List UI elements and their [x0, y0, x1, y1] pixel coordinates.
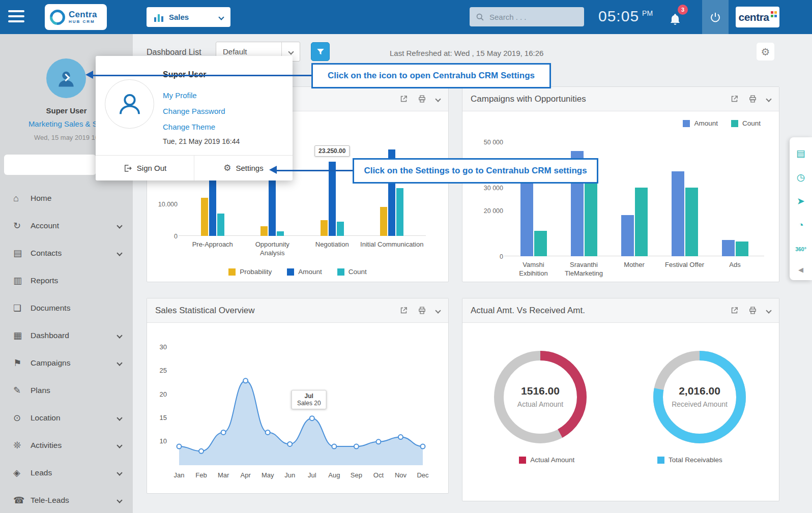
- panel-header: Sales Statistical Overview: [147, 298, 448, 323]
- sign-out-button[interactable]: Sign Out: [96, 156, 194, 180]
- annotation-arrow: [93, 75, 311, 76]
- sidebar-item-contacts[interactable]: ▤Contacts: [0, 239, 133, 267]
- external-link-icon[interactable]: [399, 306, 408, 315]
- print-icon[interactable]: [418, 95, 426, 103]
- legend-label: Total Receivables: [669, 456, 722, 464]
- sidebar-item-tele-leads[interactable]: ☎Tele-Leads: [0, 487, 133, 513]
- legend-label: Amount: [694, 119, 718, 127]
- centrahub-logo[interactable]: Centra HUB CRM: [45, 4, 107, 30]
- sidebar-item-location[interactable]: ⊙Location: [0, 404, 133, 432]
- sidebar-quick-box[interactable]: [4, 155, 96, 175]
- x-axis-label: Ads: [707, 261, 763, 269]
- sidebar-item-label: Dashboard: [31, 331, 118, 340]
- logo-text-secondary: HUB CRM: [69, 19, 97, 24]
- user-menu-link-my-profile[interactable]: My Profile: [163, 87, 225, 103]
- user-menu-link-change-password[interactable]: Change Password: [163, 103, 225, 119]
- bell-icon: [669, 13, 682, 26]
- bar-count: [217, 214, 224, 236]
- settings-button[interactable]: ⚙ Settings: [194, 156, 293, 180]
- x-axis-label: Sep: [351, 471, 362, 479]
- print-icon[interactable]: [748, 95, 757, 103]
- report-icon[interactable]: ▤: [790, 141, 812, 165]
- legend-label: Probability: [240, 268, 272, 276]
- tooltip-title: Jul: [297, 393, 321, 400]
- last-refreshed-text: Last Refreshed at: Wed , 15 May 2019, 16…: [390, 49, 543, 57]
- chevron-down-icon[interactable]: [436, 309, 440, 313]
- data-label: 23.250.00: [314, 145, 350, 157]
- chevron-down-icon: [117, 415, 122, 420]
- filter-icon: [316, 47, 325, 56]
- collapse-icon[interactable]: ◀: [790, 261, 812, 278]
- y-axis-tick: 30: [153, 343, 167, 351]
- sidebar-menu: ⌂Home↻Account▤Contacts▥Reports❏Documents…: [0, 185, 133, 513]
- logo-text-primary: Centra: [69, 10, 97, 19]
- sidebar-item-label: Location: [31, 413, 118, 423]
- sidebar-item-label: Tele-Leads: [31, 496, 118, 505]
- clock: 05:05 PM: [598, 7, 653, 25]
- user-menu-link-change-theme[interactable]: Change Theme: [163, 119, 225, 135]
- sidebar-item-account[interactable]: ↻Account: [0, 212, 133, 239]
- print-icon[interactable]: [418, 306, 426, 315]
- share-icon[interactable]: ➤: [790, 189, 812, 213]
- chevron-down-icon: [288, 49, 294, 54]
- campaigns-chart: AmountCount 020 00030 00050 000Vamshi Ex…: [462, 111, 779, 282]
- notifications-button[interactable]: 3: [668, 9, 688, 29]
- search-box: [470, 7, 584, 26]
- module-select[interactable]: Sales: [147, 7, 230, 27]
- y-axis-tick: 20: [153, 390, 167, 398]
- bar-count: [635, 188, 648, 256]
- bar-amount: [520, 180, 533, 256]
- reminder-icon[interactable]: ◔: [790, 213, 812, 237]
- y-axis-tick: 10.000: [158, 201, 178, 208]
- legend-label: Count: [742, 119, 761, 127]
- location-icon: ⊙: [13, 412, 31, 424]
- dashboard-settings-button[interactable]: ⚙: [757, 43, 774, 61]
- sidebar-item-home[interactable]: ⌂Home: [0, 185, 133, 212]
- logout-power-button[interactable]: [702, 0, 729, 34]
- sidebar-item-dashboard[interactable]: ▦Dashboard: [0, 322, 133, 349]
- home-icon: ⌂: [13, 193, 31, 204]
- y-axis-tick: 50 000: [484, 139, 503, 146]
- legend-item: Count: [337, 268, 367, 276]
- x-axis-label: Festival Offer: [657, 261, 713, 269]
- external-link-icon[interactable]: [399, 95, 408, 103]
- external-link-icon[interactable]: [730, 306, 739, 315]
- sidebar-item-reports[interactable]: ▥Reports: [0, 267, 133, 294]
- legend-swatch: [287, 268, 294, 276]
- rotate-360-icon[interactable]: 360°: [790, 237, 812, 261]
- sidebar-item-activities[interactable]: ❊Activities: [0, 432, 133, 459]
- chevron-down-icon[interactable]: [767, 97, 771, 101]
- bar-amount: [672, 171, 684, 256]
- dashboard-icon: ▦: [13, 330, 31, 341]
- y-axis-tick: 25: [153, 367, 167, 374]
- settings-label: Settings: [236, 164, 264, 172]
- bar-group: [520, 180, 547, 256]
- sidebar-item-leads[interactable]: ◈Leads: [0, 459, 133, 487]
- search-input[interactable]: [488, 12, 578, 22]
- history-icon[interactable]: ◷: [790, 165, 812, 189]
- bar-probability: [380, 207, 387, 236]
- user-avatar[interactable]: [46, 58, 86, 98]
- bar-probability: [201, 198, 208, 236]
- print-icon[interactable]: [748, 306, 757, 315]
- panel-sales-overview: Sales Statistical Overview 1015202530Jan…: [147, 298, 449, 494]
- sidebar-item-documents[interactable]: ❏Documents: [0, 294, 133, 322]
- menu-toggle-button[interactable]: [8, 10, 25, 24]
- legend-item: Amount: [683, 119, 718, 127]
- chevron-down-icon[interactable]: [436, 97, 440, 101]
- external-link-icon[interactable]: [730, 95, 739, 103]
- chevron-down-icon: [117, 470, 122, 475]
- legend-swatch: [337, 268, 344, 276]
- sidebar-item-campaigns[interactable]: ⚑Campaigns: [0, 349, 133, 377]
- x-axis-label: Jan: [174, 471, 185, 479]
- filter-button[interactable]: [311, 42, 330, 61]
- x-axis-label: May: [262, 471, 274, 479]
- chart-tooltip: JulSales 20: [292, 390, 327, 409]
- x-axis-label: Vamshi Exbihition: [506, 261, 562, 278]
- sidebar-item-plans[interactable]: ✎Plans: [0, 377, 133, 404]
- chevron-down-icon[interactable]: [767, 309, 771, 313]
- right-toolbar: ▤◷➤◔360°◀: [790, 137, 812, 280]
- sidebar-item-label: Account: [31, 221, 118, 230]
- donut-value: 2,016.00: [679, 385, 720, 397]
- callout-open-settings: Click on the icon to open Centrahub CRM …: [311, 63, 551, 88]
